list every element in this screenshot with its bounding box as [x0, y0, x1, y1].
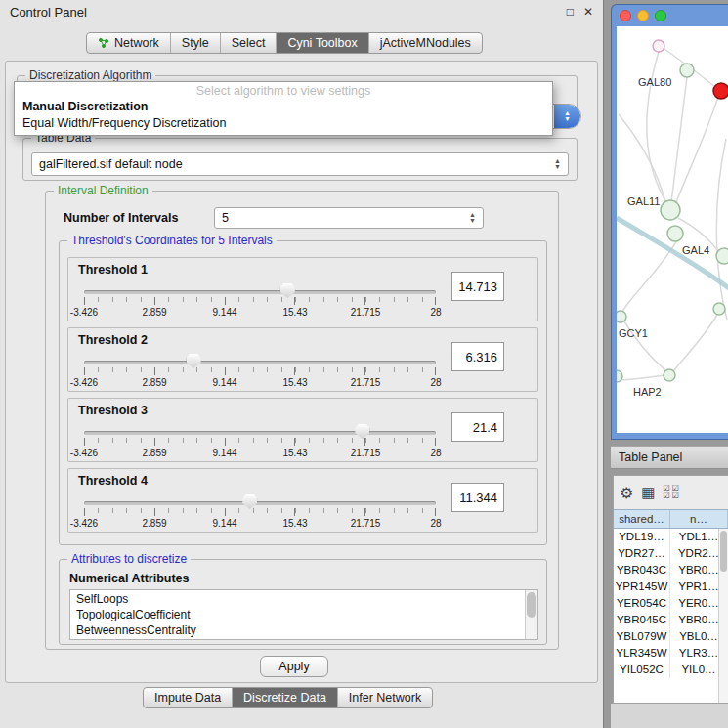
tab-style[interactable]: Style: [171, 33, 221, 53]
network-node[interactable]: [713, 83, 728, 99]
list-items: SelfLoopsTopologicalCoefficientBetweenne…: [70, 591, 524, 638]
gear-icon[interactable]: ⚙: [620, 484, 633, 502]
tick-label: 9.144: [212, 307, 236, 318]
table-cell: YPR145W: [614, 578, 670, 595]
menu-item-manual-discretization[interactable]: Manual Discretization: [15, 99, 552, 115]
top-tabbar: Network Style Select Cyni Toolbox jActiv…: [86, 32, 483, 54]
slider-thumb[interactable]: [280, 283, 295, 298]
number-of-intervals-combobox[interactable]: 5 ▲▼: [214, 207, 484, 229]
list-item[interactable]: BetweennessCentrality: [70, 622, 524, 638]
network-node-label: GAL4: [682, 244, 709, 256]
table-row[interactable]: YPR145WYPR1…: [614, 578, 728, 595]
network-node[interactable]: [664, 369, 675, 381]
network-node[interactable]: [617, 311, 626, 322]
threshold-slider[interactable]: -3.4262.8599.14415.4321.71528: [84, 424, 436, 461]
interval-definition-group: Interval Definition Number of Intervals …: [45, 191, 559, 650]
column-header-name[interactable]: n…: [670, 510, 728, 528]
tick-label: 15.43: [282, 448, 307, 458]
combo-arrows-icon: ▲▼: [554, 158, 561, 170]
minimize-window-icon[interactable]: [637, 10, 649, 21]
table-row[interactable]: YDL19…YDL1…: [614, 529, 728, 545]
slider-thumb[interactable]: [355, 424, 369, 439]
tick-label: 9.144: [212, 377, 236, 388]
menu-item-equal-width-frequency[interactable]: Equal Width/Frequency Discretization: [15, 115, 552, 132]
network-node[interactable]: [713, 303, 725, 315]
table-scrollbar[interactable]: [718, 529, 728, 703]
scrollbar-thumb[interactable]: [720, 531, 727, 572]
network-node[interactable]: [617, 370, 622, 382]
slider-track[interactable]: [84, 361, 436, 364]
number-of-intervals-label: Number of Intervals: [64, 211, 178, 225]
threshold-value-field[interactable]: 11.344: [451, 483, 504, 512]
slider-thumb[interactable]: [242, 494, 257, 509]
network-node[interactable]: [716, 248, 728, 264]
table-cell: YIL052C: [614, 662, 670, 678]
table-row[interactable]: YBR043CYBR0…: [614, 562, 728, 578]
tick-label: 9.144: [212, 448, 236, 458]
threshold-slider[interactable]: -3.4262.8599.14415.4321.71528: [84, 494, 436, 532]
network-node-label: GAL80: [638, 76, 671, 88]
network-view-window: GAL80GAL11GAL4GCY1HAP2: [611, 4, 728, 440]
tab-impute-data[interactable]: Impute Data: [144, 688, 233, 707]
tab-network[interactable]: Network: [87, 33, 171, 53]
tick-label: -3.426: [70, 377, 98, 388]
slider-track[interactable]: [84, 431, 436, 435]
slider-track[interactable]: [84, 501, 436, 505]
threshold-panel: Threshold 4-3.4262.8599.14415.4321.71528…: [67, 468, 538, 533]
close-icon[interactable]: ✕: [583, 5, 593, 19]
columns-icon[interactable]: ▦: [641, 484, 655, 501]
tick-label: 2.859: [142, 307, 166, 318]
table-row[interactable]: YBL079WYBL0…: [614, 628, 728, 645]
threshold-slider[interactable]: -3.4262.8599.14415.4321.71528: [84, 283, 436, 321]
column-header-shared-name[interactable]: shared…: [614, 510, 670, 528]
close-window-icon[interactable]: [620, 10, 631, 21]
threshold-label: Threshold 4: [78, 474, 148, 488]
network-canvas[interactable]: GAL80GAL11GAL4GCY1HAP2: [617, 26, 728, 433]
threshold-value-field[interactable]: 21.4: [451, 412, 504, 442]
table-row[interactable]: YBR045CYBR0…: [614, 612, 728, 628]
threshold-slider[interactable]: -3.4262.8599.14415.4321.71528: [84, 354, 436, 391]
table-row[interactable]: YIL052CYIL0…: [614, 662, 728, 678]
list-scrollbar[interactable]: [525, 590, 537, 639]
apply-button[interactable]: Apply: [260, 656, 328, 677]
tab-discretize-data[interactable]: Discretize Data: [233, 688, 338, 707]
table-panel-window: ⚙ ▦ ☑☑ ☑☑ shared… n… YDL19…YDL1…YDR27…YD…: [613, 475, 728, 704]
slider-track[interactable]: [84, 290, 436, 294]
list-item[interactable]: SelfLoops: [70, 591, 524, 607]
scrollbar-thumb[interactable]: [527, 592, 536, 618]
network-node[interactable]: [661, 200, 680, 220]
checkbox-grid-icon[interactable]: ☑☑ ☑☑: [664, 485, 679, 500]
tab-cyni-toolbox[interactable]: Cyni Toolbox: [277, 33, 368, 53]
tab-jactivemnodules[interactable]: jActiveMNodules: [369, 33, 482, 53]
combo-arrows-icon: ▲▼: [554, 105, 580, 128]
zoom-window-icon[interactable]: [655, 10, 666, 21]
tab-select[interactable]: Select: [221, 33, 278, 53]
table-row[interactable]: YER054CYER0…: [614, 595, 728, 612]
table-cell: YBL079W: [614, 628, 670, 645]
table-cell: YDR27…: [614, 545, 670, 562]
group-label: Threshold's Coordinates for 5 Intervals: [67, 234, 277, 247]
table-cell: YBR045C: [614, 612, 670, 628]
group-label: Interval Definition: [54, 184, 152, 197]
threshold-value-field[interactable]: 6.316: [451, 342, 504, 371]
table-row[interactable]: YDR27…YDR2…: [614, 545, 728, 562]
table-cell: YDL19…: [614, 529, 670, 545]
table-data-combobox[interactable]: galFiltered.sif default node ▲▼: [31, 152, 569, 176]
tick-label: 9.144: [212, 518, 236, 529]
network-node[interactable]: [680, 64, 694, 77]
threshold-value-field[interactable]: 14.713: [451, 272, 504, 301]
slider-major-ticks: [84, 438, 436, 446]
table-body: YDL19…YDL1…YDR27…YDR2…YBR043CYBR0…YPR145…: [614, 529, 728, 703]
slider-thumb[interactable]: [187, 354, 201, 368]
tick-label: 28: [430, 307, 441, 318]
list-item[interactable]: TopologicalCoefficient: [70, 607, 524, 622]
intervals-value: 5: [222, 211, 229, 225]
network-node[interactable]: [653, 40, 664, 52]
float-icon[interactable]: □: [567, 5, 574, 19]
tab-infer-network[interactable]: Infer Network: [338, 688, 432, 707]
tick-label: -3.426: [70, 448, 98, 458]
table-data-selected: galFiltered.sif default node: [39, 157, 183, 171]
table-row[interactable]: YLR345WYLR3…: [614, 645, 728, 662]
network-node[interactable]: [667, 226, 683, 241]
slider-major-ticks: [84, 367, 436, 375]
